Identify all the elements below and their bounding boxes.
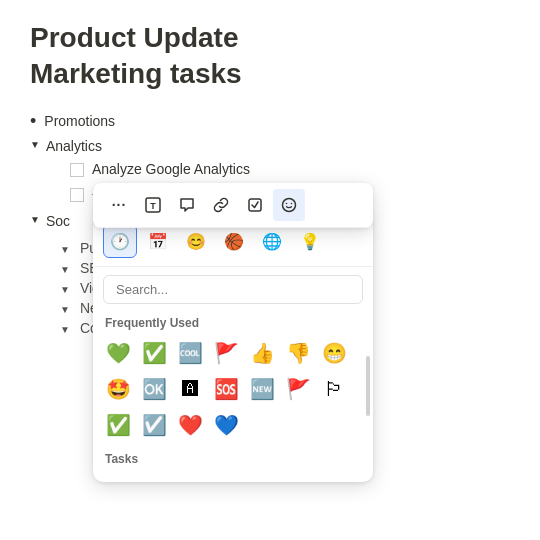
floating-toolbar: ··· T xyxy=(93,183,373,228)
comment-icon xyxy=(179,197,195,213)
item-label: Soc xyxy=(46,211,70,232)
expand-icon[interactable] xyxy=(60,244,70,255)
emoji-item[interactable]: 🏳 xyxy=(317,372,351,406)
emoji-grid-frequent: 💚 ✅ 🆒 🚩 👍 👎 😁 🤩 🆗 🅰 🆘 🆕 🚩 🏳 ✅ ☑️ ❤️ 💙 xyxy=(93,336,373,442)
category-objects-button[interactable]: 💡 xyxy=(293,224,327,258)
category-recent-button[interactable]: 🕐 xyxy=(103,224,137,258)
expand-icon[interactable] xyxy=(60,284,70,295)
text-format-button[interactable]: T xyxy=(137,189,169,221)
svg-point-5 xyxy=(291,203,293,205)
link-icon xyxy=(213,197,229,213)
emoji-item[interactable]: 🆕 xyxy=(245,372,279,406)
text-icon: T xyxy=(145,197,161,213)
emoji-item[interactable]: 🚩 xyxy=(209,336,243,370)
checkbox[interactable] xyxy=(70,188,84,202)
emoji-item[interactable]: ❤️ xyxy=(173,408,207,442)
category-activities-button[interactable]: 🏀 xyxy=(217,224,251,258)
emoji-search-input[interactable] xyxy=(103,275,363,304)
emoji-item[interactable]: 💚 xyxy=(101,336,135,370)
emoji-item[interactable]: ✅ xyxy=(137,336,171,370)
svg-point-4 xyxy=(286,203,288,205)
page-title: Product Update Marketing tasks xyxy=(30,20,510,93)
emoji-item[interactable]: 👍 xyxy=(245,336,279,370)
more-options-button[interactable]: ··· xyxy=(103,189,135,221)
emoji-item[interactable]: 👎 xyxy=(281,336,315,370)
expand-icon[interactable] xyxy=(60,324,70,335)
emoji-item[interactable]: 🆒 xyxy=(173,336,207,370)
expand-icon[interactable] xyxy=(60,304,70,315)
emoji-item[interactable]: ✅ xyxy=(101,408,135,442)
toolbar-row: ··· T xyxy=(93,183,373,228)
scrollbar[interactable] xyxy=(366,356,370,416)
list-item: • Promotions xyxy=(30,109,510,135)
emoji-picker: 🕐 📅 😊 🏀 🌐 💡 Frequently Used 💚 ✅ 🆒 🚩 👍 👎 … xyxy=(93,216,373,482)
emoji-item[interactable]: 🅰 xyxy=(173,372,207,406)
checkbox-button[interactable] xyxy=(239,189,271,221)
checkbox[interactable] xyxy=(70,163,84,177)
emoji-icon xyxy=(281,197,297,213)
emoji-item[interactable]: 🆗 xyxy=(137,372,171,406)
svg-text:T: T xyxy=(150,201,156,211)
emoji-item[interactable]: 😁 xyxy=(317,336,351,370)
emoji-item[interactable]: 💙 xyxy=(209,408,243,442)
category-calendar-button[interactable]: 📅 xyxy=(141,224,175,258)
comment-button[interactable] xyxy=(171,189,203,221)
checkbox-icon xyxy=(247,197,263,213)
expand-icon[interactable] xyxy=(30,214,40,225)
expand-icon[interactable] xyxy=(60,264,70,275)
tasks-title: Tasks xyxy=(93,448,373,472)
category-symbols-button[interactable]: 🌐 xyxy=(255,224,289,258)
frequently-used-title: Frequently Used xyxy=(93,312,373,336)
svg-rect-2 xyxy=(249,199,261,211)
link-button[interactable] xyxy=(205,189,237,221)
svg-point-3 xyxy=(283,199,296,212)
item-label: Analytics xyxy=(46,138,102,154)
expand-icon[interactable] xyxy=(30,139,40,150)
list-item: Analyze Google Analytics xyxy=(70,157,362,182)
bullet-icon: • xyxy=(30,111,36,133)
item-label: Promotions xyxy=(44,111,115,132)
emoji-item[interactable]: ☑️ xyxy=(137,408,171,442)
emoji-item[interactable]: 🆘 xyxy=(209,372,243,406)
emoji-item[interactable]: 🤩 xyxy=(101,372,135,406)
category-smileys-button[interactable]: 😊 xyxy=(179,224,213,258)
emoji-item[interactable]: 🚩 xyxy=(281,372,315,406)
item-text: Analyze Google Analytics xyxy=(92,159,250,180)
emoji-button[interactable] xyxy=(273,189,305,221)
